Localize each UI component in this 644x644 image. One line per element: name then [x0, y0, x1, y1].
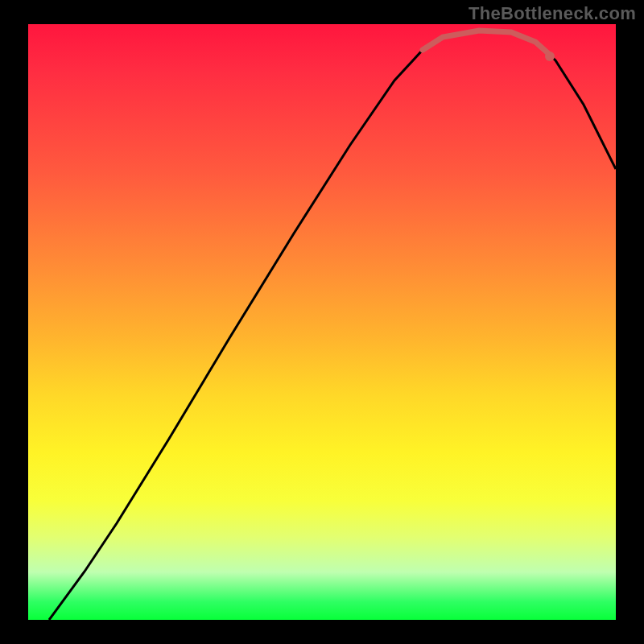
attribution-text: TheBottleneck.com [469, 3, 636, 24]
bottleneck-curve [49, 31, 616, 620]
optimal-range-accent [423, 31, 550, 55]
curve-layer [28, 24, 616, 620]
plot-area [28, 24, 616, 620]
accent-end-dot [545, 52, 555, 61]
chart-frame: TheBottleneck.com [0, 0, 644, 644]
